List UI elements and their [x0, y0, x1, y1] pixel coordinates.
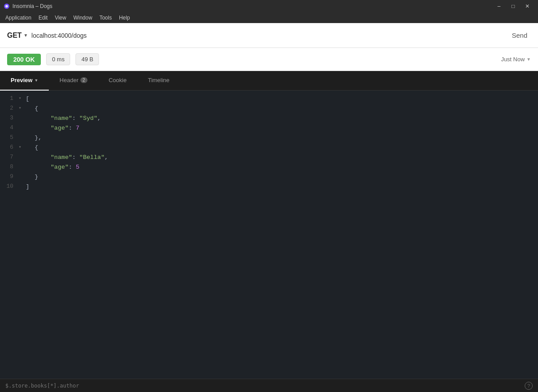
menu-help[interactable]: Help: [115, 14, 134, 22]
close-button[interactable]: ✕: [520, 0, 534, 12]
timestamp-dropdown-arrow: ▼: [526, 57, 531, 62]
line-num-5: 5: [0, 133, 19, 143]
method-label: GET: [7, 32, 22, 40]
menu-view[interactable]: View: [51, 14, 70, 22]
tab-header[interactable]: Header 2: [49, 71, 98, 91]
tab-preview-label: Preview: [11, 77, 32, 83]
line-num-9: 9: [0, 172, 19, 182]
code-line-4: 4 "age": 7: [0, 123, 538, 133]
response-body: 1 ▾ [ 2 ▾ { 3 "name": "Syd", 4 "age": 7 …: [0, 91, 538, 379]
tab-timeline[interactable]: Timeline: [137, 71, 180, 91]
fold-arrow-5: [19, 133, 26, 134]
time-badge: 0 ms: [46, 53, 70, 65]
title-bar: Insomnia – Dogs – □ ✕: [0, 0, 538, 12]
title-bar-left: Insomnia – Dogs: [4, 3, 52, 9]
code-line-8: 8 "age": 5: [0, 162, 538, 172]
bottom-bar: ?: [0, 379, 538, 392]
size-badge: 49 B: [75, 53, 99, 65]
tab-cookie-label: Cookie: [109, 77, 127, 83]
tab-timeline-label: Timeline: [148, 77, 170, 83]
tab-header-badge: 2: [80, 77, 87, 83]
code-line-10: 10 ]: [0, 182, 538, 192]
response-tabs: Preview ▼ Header 2 Cookie Timeline: [0, 71, 538, 91]
fold-arrow-2[interactable]: ▾: [19, 104, 26, 112]
fold-arrow-9: [19, 172, 26, 173]
code-line-7: 7 "name": "Bella",: [0, 153, 538, 162]
line-num-8: 8: [0, 162, 19, 172]
line-num-4: 4: [0, 123, 19, 133]
fold-arrow-8: [19, 162, 26, 163]
fold-arrow-6[interactable]: ▾: [19, 143, 26, 151]
line-num-3: 3: [0, 114, 19, 123]
fold-arrow-7: [19, 153, 26, 154]
send-button[interactable]: Send: [508, 32, 531, 39]
window-controls: – □ ✕: [492, 0, 534, 12]
fold-arrow-3: [19, 114, 26, 115]
code-line-9: 9 }: [0, 172, 538, 182]
line-num-1: 1: [0, 94, 19, 103]
help-icon[interactable]: ?: [525, 382, 533, 390]
menu-application[interactable]: Application: [2, 14, 35, 22]
minimize-button[interactable]: –: [492, 0, 506, 12]
status-bar: 200 OK 0 ms 49 B Just Now ▼: [0, 48, 538, 71]
app-icon: [4, 3, 10, 9]
code-line-1: 1 ▾ [: [0, 94, 538, 104]
timestamp-area: Just Now ▼: [501, 56, 531, 63]
menu-tools[interactable]: Tools: [96, 14, 115, 22]
menu-edit[interactable]: Edit: [35, 14, 51, 22]
timestamp-label: Just Now: [501, 56, 525, 63]
window-title: Insomnia – Dogs: [12, 3, 52, 9]
fold-arrow-4: [19, 123, 26, 124]
line-num-2: 2: [0, 104, 19, 113]
method-dropdown-arrow: ▼: [24, 33, 28, 38]
tab-header-label: Header: [59, 77, 79, 83]
fold-arrow-10: [19, 182, 26, 183]
code-line-6: 6 ▾ {: [0, 143, 538, 153]
method-selector[interactable]: GET ▼: [7, 32, 28, 40]
help-label: ?: [527, 383, 530, 388]
line-num-7: 7: [0, 153, 19, 162]
code-line-2: 2 ▾ {: [0, 104, 538, 114]
fold-arrow-1[interactable]: ▾: [19, 94, 26, 102]
tab-preview[interactable]: Preview ▼: [0, 71, 49, 91]
line-num-10: 10: [0, 182, 19, 191]
url-input[interactable]: [32, 32, 505, 39]
code-line-3: 3 "name": "Syd",: [0, 114, 538, 123]
url-bar: GET ▼ Send: [0, 23, 538, 48]
code-line-5: 5 },: [0, 133, 538, 143]
menu-bar: Application Edit View Window Tools Help: [0, 12, 538, 23]
tab-cookie[interactable]: Cookie: [98, 71, 137, 91]
line-num-6: 6: [0, 143, 19, 152]
status-badge: 200 OK: [7, 54, 41, 65]
menu-window[interactable]: Window: [70, 14, 96, 22]
svg-point-1: [5, 5, 8, 8]
tab-preview-chevron: ▼: [34, 78, 38, 83]
filter-input[interactable]: [5, 383, 525, 389]
maximize-button[interactable]: □: [506, 0, 520, 12]
